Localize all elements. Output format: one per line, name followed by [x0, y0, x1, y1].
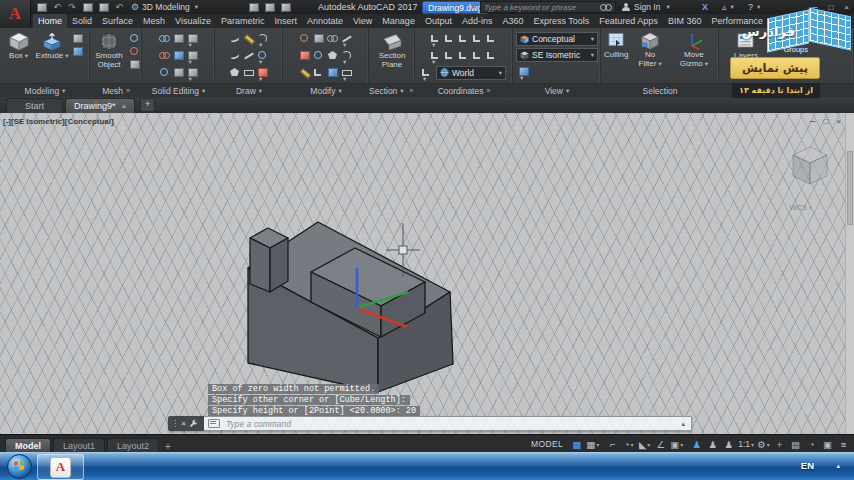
tab-parametric[interactable]: Parametric: [216, 14, 270, 28]
ucs-y-icon[interactable]: [486, 50, 498, 61]
ucs-dropdown[interactable]: World: [436, 66, 506, 80]
section-plane-button[interactable]: Section Plane: [369, 30, 415, 69]
clock-icon[interactable]: ◔: [804, 437, 819, 452]
spline-icon[interactable]: [229, 50, 241, 61]
sheet-set-icon[interactable]: [264, 2, 275, 12]
tab-visualize[interactable]: Visualize: [170, 14, 216, 28]
ucs-origin-icon[interactable]: [430, 50, 442, 61]
ucs-icon[interactable]: [430, 33, 442, 44]
customization-icon[interactable]: +: [772, 437, 787, 452]
autoscale-icon[interactable]: ♟: [721, 437, 736, 452]
sign-in-button[interactable]: Sign In: [622, 1, 670, 13]
open-icon[interactable]: [248, 2, 259, 12]
panel-label-section[interactable]: Section: [369, 83, 415, 97]
search-binoculars-icon[interactable]: [600, 4, 612, 11]
erase-icon[interactable]: [299, 50, 311, 61]
shell-icon[interactable]: [187, 67, 199, 78]
culling-button[interactable]: Culling: [601, 30, 631, 60]
search-input[interactable]: [484, 3, 600, 12]
back-arrow-icon[interactable]: ↶: [52, 2, 62, 12]
extrude-faces-icon[interactable]: [187, 33, 199, 44]
ortho-toggle-icon[interactable]: ⌐: [605, 437, 620, 452]
command-close-icon[interactable]: ×: [181, 419, 186, 428]
drawing-viewport[interactable]: [-][SE Isometric][Conceptual] ─ □ × WCS …: [0, 113, 854, 434]
ucs-3point-icon[interactable]: [458, 50, 470, 61]
tab-featured-apps[interactable]: Featured Apps: [594, 14, 663, 28]
hatch-icon[interactable]: [257, 67, 269, 78]
autocad-app-menu[interactable]: A: [0, 0, 31, 28]
file-tab-start[interactable]: Start: [6, 98, 63, 113]
trim-icon[interactable]: [341, 67, 353, 78]
tab-express-tools[interactable]: Express Tools: [528, 14, 594, 28]
3d-move-icon[interactable]: [313, 33, 325, 44]
subtract-icon[interactable]: [159, 50, 171, 61]
smooth-less-icon[interactable]: [129, 46, 141, 57]
customize-wrench-icon[interactable]: [189, 419, 198, 428]
exchange-apps-button[interactable]: X: [702, 1, 708, 13]
chamfer-icon[interactable]: [341, 50, 353, 61]
box-button[interactable]: Box: [5, 30, 33, 61]
construction-line-icon[interactable]: [243, 33, 255, 44]
clean-screen-icon[interactable]: ▣: [820, 437, 835, 452]
slice-icon[interactable]: [173, 33, 185, 44]
undo-icon[interactable]: ↶: [114, 2, 124, 12]
3d-align-icon[interactable]: [341, 33, 353, 44]
extrude-button[interactable]: Extrude: [33, 30, 72, 61]
separate-icon[interactable]: [187, 50, 199, 61]
presspull-icon[interactable]: [72, 46, 84, 57]
viewport-close-icon[interactable]: ×: [836, 117, 841, 126]
smooth-more-icon[interactable]: [129, 33, 141, 44]
open-file-icon[interactable]: [98, 2, 109, 12]
panel-label-mesh[interactable]: Mesh: [90, 83, 142, 97]
ucs-face-icon[interactable]: [472, 33, 484, 44]
wcs-label[interactable]: WCS: [789, 203, 812, 212]
tab-view[interactable]: View: [348, 14, 377, 28]
polar-tracking-icon[interactable]: ◔: [621, 437, 636, 452]
thicken-icon[interactable]: [173, 50, 185, 61]
isoplane-toggle-icon[interactable]: ◣: [637, 437, 652, 452]
visual-style-dropdown[interactable]: Conceptual: [516, 32, 598, 46]
command-input-area[interactable]: ▴: [204, 416, 692, 431]
view-manager-icon[interactable]: [518, 66, 530, 77]
panel-label-modify[interactable]: Modify: [283, 83, 369, 97]
3d-mirror-icon[interactable]: [327, 33, 339, 44]
new-drawing-tab-button[interactable]: +: [140, 98, 155, 112]
polygon-icon[interactable]: [229, 67, 241, 78]
arc-icon[interactable]: [257, 33, 269, 44]
tab-manage[interactable]: Manage: [377, 14, 420, 28]
command-line-bar[interactable]: × ▴: [168, 416, 692, 431]
tab-bim360[interactable]: BIM 360: [663, 14, 707, 28]
annotation-visibility-icon[interactable]: ♟: [705, 437, 720, 452]
fillet-icon[interactable]: [327, 50, 339, 61]
object-snap-tracking-icon[interactable]: ∠: [653, 437, 668, 452]
language-indicator[interactable]: EN: [801, 460, 814, 471]
model-space-badge[interactable]: MODEL: [531, 439, 563, 449]
union-icon[interactable]: [159, 33, 171, 44]
layout-tab-layout2[interactable]: Layout2: [107, 438, 159, 453]
doc-menu-arrow-icon[interactable]: ▸: [472, 3, 476, 11]
panel-label-draw[interactable]: Draw: [215, 83, 283, 97]
start-button[interactable]: [7, 454, 32, 479]
dynamic-input-icon[interactable]: ♟: [689, 437, 704, 452]
drag-grip-icon[interactable]: [174, 419, 178, 428]
copy-icon[interactable]: [313, 50, 325, 61]
new-file-icon[interactable]: [82, 2, 93, 12]
file-tab-drawing9[interactable]: Drawing9* ×: [65, 98, 135, 113]
tab-annotate[interactable]: Annotate: [302, 14, 348, 28]
ucs-object-icon[interactable]: [458, 33, 470, 44]
scrollbar-thumb[interactable]: [847, 151, 853, 225]
no-filter-button[interactable]: No Filter: [631, 30, 668, 68]
3d-rotate-icon[interactable]: [299, 33, 311, 44]
explode-icon[interactable]: [313, 67, 325, 78]
command-bar-handle[interactable]: ×: [168, 416, 204, 431]
layout-tab-model[interactable]: Model: [5, 438, 51, 453]
workspace-switcher[interactable]: ⚙ 3D Modeling: [128, 1, 201, 13]
imprint-icon[interactable]: [173, 67, 185, 78]
ucs-world-icon[interactable]: [444, 33, 456, 44]
ucs-view-icon[interactable]: [486, 33, 498, 44]
help-search[interactable]: [480, 1, 616, 13]
tab-solid[interactable]: Solid: [67, 14, 97, 28]
taskbar-autocad-button[interactable]: A: [37, 454, 84, 480]
viewport-minimize-icon[interactable]: ─: [810, 117, 816, 126]
object-snap-icon[interactable]: ▣: [669, 437, 684, 452]
